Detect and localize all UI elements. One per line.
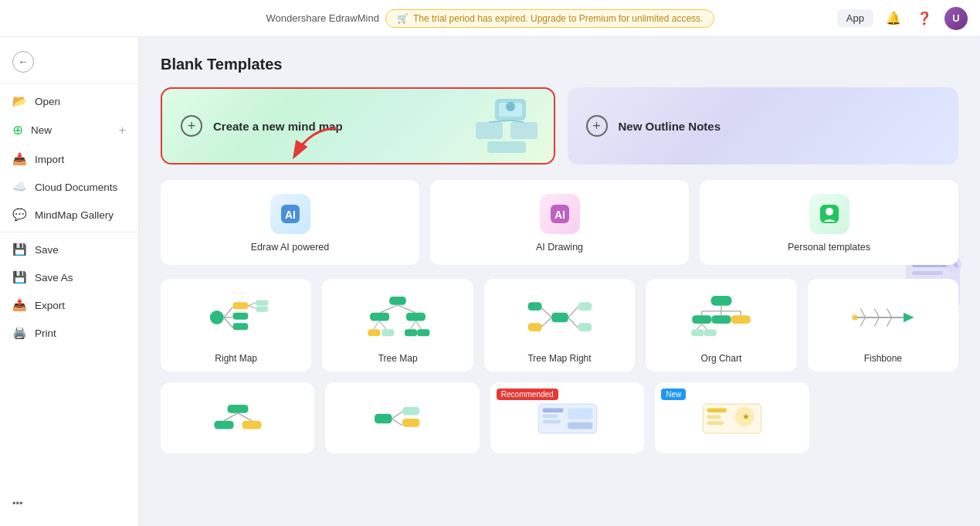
back-circle-icon: ← xyxy=(12,51,34,73)
tree-map-right-canvas xyxy=(492,288,627,347)
org-chart-label: Org Chart xyxy=(701,353,742,364)
diagram-card-tree-map-right[interactable]: Tree Map Right xyxy=(484,279,635,372)
top-cards-row: + Create a new mind map xyxy=(161,87,958,165)
sidebar-item-save[interactable]: 💾 Save xyxy=(0,236,138,263)
print-icon: 🖨️ xyxy=(12,326,27,340)
svg-line-6 xyxy=(510,120,524,122)
svg-line-83 xyxy=(392,412,403,419)
svg-rect-50 xyxy=(527,323,541,331)
app-button[interactable]: App xyxy=(837,9,873,27)
personal-icon xyxy=(809,194,849,234)
new-icon: ⊕ xyxy=(12,122,23,138)
bottom-card-recommended[interactable]: Recommended xyxy=(490,382,644,453)
bottom-card-new[interactable]: New ★ xyxy=(655,382,809,453)
diagram-cards-row: Right Map xyxy=(161,279,958,372)
svg-rect-62 xyxy=(711,315,731,324)
trial-badge[interactable]: 🛒 The trial period has expired. Upgrade … xyxy=(385,9,715,28)
svg-rect-86 xyxy=(402,419,420,427)
diagram-card-org-chart[interactable]: Org Chart xyxy=(646,279,796,372)
diagram-card-tree-map[interactable]: Tree Map xyxy=(322,279,473,372)
diagram-card-fishbone[interactable]: Fishbone xyxy=(808,279,958,372)
svg-line-79 xyxy=(238,413,252,421)
bottom-card-1[interactable] xyxy=(161,382,314,453)
sidebar-item-saveas[interactable]: 💾 Save As xyxy=(0,263,138,291)
svg-line-52 xyxy=(568,317,578,328)
sidebar-divider-1 xyxy=(0,83,138,84)
right-map-label: Right Map xyxy=(215,353,257,364)
more-dots-icon: ••• xyxy=(12,497,23,509)
template-card-personal[interactable]: Personal templates xyxy=(700,180,958,265)
svg-rect-27 xyxy=(232,313,248,320)
svg-rect-33 xyxy=(389,297,406,305)
svg-rect-4 xyxy=(487,141,526,153)
sidebar-more[interactable]: ••• xyxy=(12,493,126,514)
sidebar-item-print[interactable]: 🖨️ Print xyxy=(0,319,138,347)
svg-rect-77 xyxy=(227,405,248,413)
svg-rect-66 xyxy=(691,329,704,336)
new-plus-button[interactable]: + xyxy=(119,124,126,137)
topbar: Wondershare EdrawMind 🛒 The trial period… xyxy=(0,0,980,37)
main-layout: ← 📂 Open ⊕ New + 📥 Import ☁️ Cloud Docum… xyxy=(0,37,980,526)
svg-rect-96 xyxy=(707,422,724,426)
svg-point-22 xyxy=(210,311,224,324)
tree-map-right-label: Tree Map Right xyxy=(527,353,591,364)
svg-text:AI: AI xyxy=(554,209,565,221)
org-chart-canvas xyxy=(653,288,788,347)
new-outline-plus-icon: + xyxy=(586,115,608,137)
svg-rect-91 xyxy=(568,409,592,419)
svg-rect-82 xyxy=(375,414,392,424)
svg-rect-2 xyxy=(476,122,503,139)
svg-rect-85 xyxy=(402,407,420,416)
bottom-card-2[interactable] xyxy=(325,382,479,453)
sidebar-item-cloud[interactable]: ☁️ Cloud Documents xyxy=(0,173,138,201)
svg-text:★: ★ xyxy=(742,412,750,421)
template-card-ai[interactable]: AI Edraw AI powered xyxy=(161,180,419,265)
svg-line-25 xyxy=(224,317,233,328)
svg-line-48 xyxy=(540,317,551,328)
svg-rect-94 xyxy=(707,409,727,412)
new-outline-card[interactable]: + New Outline Notes ✎ xyxy=(568,87,959,165)
new-badge: New xyxy=(661,389,686,400)
diagram-card-right-map[interactable]: Right Map xyxy=(161,279,311,372)
create-mindmap-card[interactable]: + Create a new mind map xyxy=(161,87,555,165)
help-icon[interactable]: ❓ xyxy=(914,8,935,29)
avatar[interactable]: U xyxy=(944,7,968,30)
svg-point-7 xyxy=(506,102,515,111)
sidebar-label-import: Import xyxy=(35,154,64,165)
svg-rect-37 xyxy=(406,313,426,321)
page-title: Blank Templates xyxy=(161,56,958,73)
svg-line-30 xyxy=(248,306,256,309)
svg-rect-26 xyxy=(232,302,248,309)
sidebar-label-export: Export xyxy=(35,300,65,311)
back-button[interactable]: ← xyxy=(0,43,138,80)
sidebar-item-open[interactable]: 📂 Open xyxy=(0,87,138,115)
svg-rect-28 xyxy=(232,323,248,330)
open-icon: 📂 xyxy=(12,94,27,108)
sidebar-label-print: Print xyxy=(35,327,56,339)
sidebar-label-cloud: Cloud Documents xyxy=(35,182,117,193)
ai-label: Edraw AI powered xyxy=(251,242,329,253)
svg-line-75 xyxy=(887,317,892,327)
template-cards-row: AI Edraw AI powered AI AI Drawing xyxy=(161,180,958,265)
svg-rect-3 xyxy=(510,122,537,139)
right-map-canvas xyxy=(168,288,303,347)
tree-map-canvas xyxy=(330,288,465,347)
content-area: Blank Templates + Create a new mind map xyxy=(139,37,980,526)
svg-line-23 xyxy=(224,307,233,318)
personal-label: Personal templates xyxy=(788,242,870,253)
create-mindmap-label: Create a new mind map xyxy=(213,120,343,133)
svg-rect-45 xyxy=(417,329,429,336)
bell-icon[interactable]: 🔔 xyxy=(883,8,904,29)
sidebar-item-new[interactable]: ⊕ New + xyxy=(0,115,138,145)
bottom-card-1-canvas xyxy=(168,392,307,446)
create-mindmap-plus-icon: + xyxy=(181,115,202,137)
svg-rect-43 xyxy=(381,329,394,336)
sidebar-label-saveas: Save As xyxy=(35,272,73,283)
sidebar-item-export[interactable]: 📤 Export xyxy=(0,291,138,319)
sidebar-item-import[interactable]: 📥 Import xyxy=(0,145,138,173)
sidebar-item-gallery[interactable]: 💬 MindMap Gallery xyxy=(0,201,138,229)
template-card-drawing[interactable]: AI AI Drawing xyxy=(430,180,689,265)
svg-line-71 xyxy=(875,308,880,317)
bottom-spacer xyxy=(820,382,958,453)
svg-line-78 xyxy=(224,413,238,421)
